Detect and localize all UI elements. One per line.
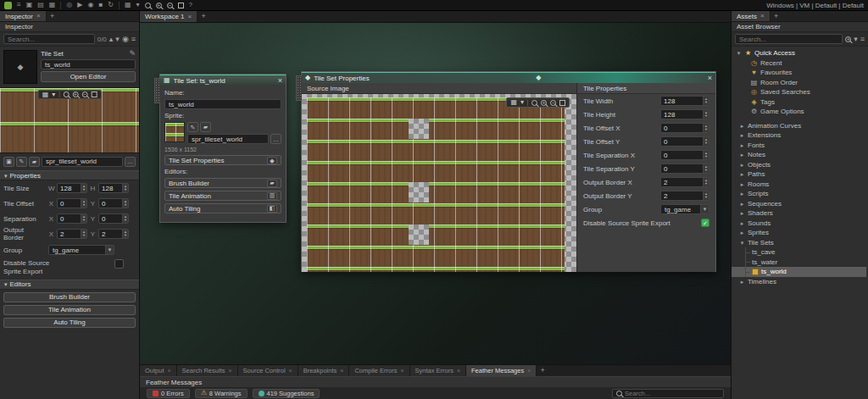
save-project-icon[interactable] — [49, 2, 56, 8]
disable-source-checkbox[interactable] — [114, 259, 124, 269]
zoom-fit-icon[interactable] — [178, 3, 184, 8]
tile-set-properties-button[interactable]: Tile Set Properties — [164, 155, 281, 165]
asset-folder[interactable]: Rooms — [732, 180, 868, 190]
editor-button[interactable]: Brush Builder — [164, 178, 281, 188]
zoom-grid-caret-icon[interactable] — [136, 2, 140, 8]
expand-icon[interactable] — [739, 279, 745, 285]
grid-icon[interactable] — [42, 91, 49, 98]
edit-pencil-icon[interactable] — [129, 50, 136, 58]
collapse-icon[interactable] — [739, 240, 745, 246]
output-tab[interactable]: Source Control — [238, 365, 298, 376]
clean-icon[interactable] — [108, 2, 114, 8]
close-tab-icon[interactable] — [168, 368, 171, 374]
stepper[interactable]: ▲▼ — [703, 191, 709, 200]
quick-access-item[interactable]: Room Order — [732, 78, 868, 88]
asset-folder[interactable]: Sprites — [732, 228, 868, 238]
assets-search-input[interactable] — [735, 34, 843, 44]
tab-workspace-1[interactable]: Workspace 1 — [140, 11, 198, 22]
new-project-icon[interactable] — [26, 2, 33, 8]
window-grip[interactable] — [154, 78, 160, 103]
output-tab-feather-messages[interactable]: Feather Messages — [466, 365, 537, 376]
errors-chip[interactable]: 0 Errors — [147, 389, 190, 398]
sprite-name-field[interactable]: spr_tileset_world — [187, 134, 269, 144]
tree-item-tileset[interactable]: ts_cave — [732, 247, 868, 258]
properties-window-titlebar[interactable]: Tile Set Properties — [302, 72, 715, 83]
sprite-more-button[interactable] — [270, 134, 281, 144]
close-tab-icon[interactable] — [457, 368, 460, 374]
asset-folder[interactable]: Paths — [732, 169, 868, 180]
quick-access-item[interactable]: Favourites — [732, 68, 868, 78]
zoom-in-icon[interactable] — [72, 91, 78, 97]
zoom-in-icon[interactable] — [541, 100, 547, 106]
asset-folder-timelines[interactable]: Timelines — [732, 277, 868, 287]
value-input[interactable]: 0 ▲▼ — [98, 213, 129, 224]
expand-icon[interactable] — [739, 162, 745, 168]
zoom-icon[interactable] — [145, 3, 151, 8]
output-tab[interactable]: Output — [140, 365, 177, 376]
zoom-icon[interactable] — [63, 91, 69, 97]
editor-button[interactable]: Tile Animation — [164, 191, 281, 201]
disable-source-checkbox[interactable] — [701, 219, 709, 227]
add-tab-button[interactable] — [771, 11, 782, 21]
output-tab[interactable]: Search Results — [177, 365, 238, 376]
zoom-icon[interactable] — [531, 100, 537, 106]
group-dropdown[interactable]: tg_game ▼ — [48, 245, 114, 255]
close-window-icon[interactable] — [708, 75, 712, 82]
stepper[interactable]: ▲▼ — [122, 199, 128, 208]
filter-icon[interactable] — [854, 36, 858, 43]
asset-folder[interactable]: Shaders — [732, 208, 868, 219]
field-input[interactable]: 0 ▲▼ — [660, 163, 709, 174]
zoom-grid-icon[interactable] — [125, 2, 131, 8]
expand-icon[interactable] — [739, 181, 745, 187]
value-input[interactable]: 2 ▲▼ — [98, 229, 129, 239]
tree-item-ts-world-selected[interactable]: ts_world — [732, 267, 866, 277]
close-tab-icon[interactable] — [188, 14, 192, 20]
asset-folder-tile-sets[interactable]: Tile Sets — [732, 238, 868, 248]
close-tab-icon[interactable] — [527, 368, 531, 374]
quick-access-item[interactable]: Recent — [732, 58, 868, 69]
tileset-name-input[interactable]: ts_world — [164, 99, 281, 109]
value-input[interactable]: 0 ▲▼ — [57, 198, 87, 208]
warnings-chip[interactable]: 8 Warnings — [195, 389, 248, 398]
stepper[interactable]: ▲▼ — [122, 184, 128, 192]
help-icon[interactable] — [189, 2, 192, 8]
stop-icon[interactable] — [98, 2, 103, 8]
close-tab-icon[interactable] — [289, 368, 292, 374]
add-workspace-button[interactable] — [198, 11, 209, 22]
tree-item-quick-access[interactable]: Quick Access — [732, 48, 868, 58]
field-input[interactable]: 2 ▲▼ — [660, 177, 709, 187]
zoom-fit-icon[interactable] — [559, 100, 565, 106]
quick-access-item[interactable]: Game Options — [732, 107, 868, 117]
stepper[interactable]: ▲▼ — [81, 214, 86, 223]
close-tab-icon[interactable] — [228, 368, 231, 374]
output-tab[interactable]: Breakpoints — [298, 365, 350, 376]
editor-button[interactable]: Auto Tiling — [3, 318, 136, 328]
open-project-icon[interactable] — [37, 2, 44, 8]
collapse-icon[interactable] — [736, 50, 742, 56]
editor-button[interactable]: Tile Animation — [3, 305, 136, 315]
window-grip[interactable] — [296, 75, 302, 101]
dock-icon[interactable] — [536, 75, 541, 81]
expand-icon[interactable] — [739, 210, 745, 216]
asset-folder[interactable]: Notes — [732, 150, 868, 160]
caret-down-icon[interactable] — [52, 91, 55, 98]
field-input[interactable]: 0 ▲▼ — [660, 150, 709, 160]
debug-icon[interactable] — [88, 2, 94, 8]
tileset-window-titlebar[interactable]: Tile Set: ts_world — [160, 75, 286, 86]
group-dropdown[interactable]: tg_game ▼ — [660, 204, 709, 214]
edit-sprite-button[interactable] — [16, 157, 27, 167]
runtime-target-text[interactable]: Windows | VM | Default | Default — [766, 2, 864, 9]
sprite-thumbnail[interactable] — [164, 122, 185, 142]
add-tab-button[interactable] — [47, 11, 58, 21]
close-window-icon[interactable] — [278, 77, 282, 85]
inspector-search-input[interactable] — [3, 34, 95, 44]
brush-button[interactable] — [200, 122, 211, 132]
copy-sprite-button[interactable] — [3, 157, 14, 167]
menu-icon[interactable] — [17, 2, 21, 8]
stepper[interactable]: ▲▼ — [81, 184, 86, 192]
output-tab[interactable]: Compile Errors — [349, 365, 409, 376]
stepper[interactable]: ▲▼ — [703, 124, 709, 132]
sprite-more-button[interactable] — [125, 157, 136, 167]
editor-button[interactable]: Auto Tiling — [164, 203, 281, 213]
close-tab-icon[interactable] — [340, 368, 343, 374]
